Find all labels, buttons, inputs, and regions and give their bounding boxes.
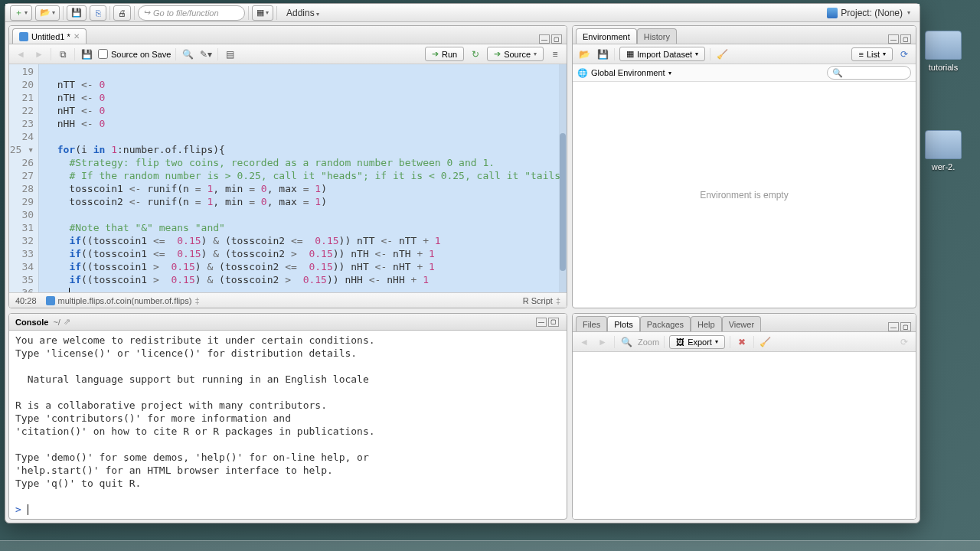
compile-report-icon[interactable]: ▤ <box>223 47 237 61</box>
run-button[interactable]: ➔ Run <box>425 47 464 61</box>
function-context[interactable]: multiple.flips.of.coin(number.of.flips) <box>58 296 192 305</box>
save-all-button[interactable]: ⎘ <box>90 5 106 21</box>
editor-scrollbar[interactable] <box>559 64 567 292</box>
plot-next-icon[interactable]: ► <box>596 335 609 349</box>
tab-files[interactable]: Files <box>576 316 607 331</box>
console-title: Console <box>15 318 48 327</box>
export-icon: 🖼 <box>676 337 684 347</box>
load-workspace-icon[interactable]: 📂 <box>577 47 591 61</box>
rstudio-window: ＋ 📂 💾 ⎘ 🖨 ↪ Go to file/function ▦ Addins… <box>5 3 920 523</box>
back-icon[interactable]: ◄ <box>14 47 28 61</box>
refresh-env-icon[interactable]: ⟳ <box>897 47 911 61</box>
outline-icon[interactable]: ≡ <box>548 47 562 61</box>
goto-file-input[interactable]: ↪ Go to file/function <box>138 5 245 21</box>
tab-packages[interactable]: Packages <box>640 316 691 331</box>
environment-pane: Environment History — ▢ 📂 💾 ▦ Import Dat… <box>572 25 916 308</box>
grid-button[interactable]: ▦ <box>252 5 273 21</box>
source-button[interactable]: ➔ Source ▾ <box>487 47 544 61</box>
desktop-label: wer-2. <box>920 162 966 171</box>
wd-browse-icon[interactable]: ⇗ <box>64 317 70 327</box>
maximize-pane-icon[interactable]: ▢ <box>548 318 559 327</box>
list-icon: ≡ <box>858 50 863 59</box>
export-plot-button[interactable]: 🖼 Export ▾ <box>669 335 725 349</box>
environment-scope[interactable]: Global Environment <box>591 68 665 77</box>
tab-viewer[interactable]: Viewer <box>722 316 761 331</box>
remove-plot-icon[interactable]: ✖ <box>735 335 749 349</box>
forward-icon[interactable]: ► <box>32 47 46 61</box>
save-source-icon[interactable]: 💾 <box>80 47 93 61</box>
console-pane: Console ~/ ⇗ — ▢ You are welcome to redi… <box>8 313 567 520</box>
minimize-pane-icon[interactable]: — <box>536 318 547 327</box>
maximize-pane-icon[interactable]: ▢ <box>551 34 562 44</box>
plot-area <box>573 352 916 519</box>
minimize-pane-icon[interactable]: — <box>888 34 899 44</box>
clear-plots-icon[interactable]: 🧹 <box>759 335 773 349</box>
desktop-folder-icon[interactable] <box>925 130 962 159</box>
list-view-button[interactable]: ≡ List ▾ <box>851 47 893 61</box>
zoom-icon[interactable]: 🔍 <box>619 335 633 349</box>
save-workspace-icon[interactable]: 💾 <box>596 47 609 61</box>
rerun-icon[interactable]: ↻ <box>469 47 482 61</box>
find-icon[interactable]: 🔍 <box>181 47 194 61</box>
search-env-input[interactable]: 🔍 <box>827 66 911 80</box>
source-on-save-checkbox[interactable]: Source on Save <box>98 49 171 59</box>
project-menu[interactable]: Project: (None) <box>822 8 915 18</box>
addins-menu[interactable]: Addins <box>280 8 325 18</box>
project-icon <box>827 8 838 18</box>
console-output[interactable]: You are welcome to redistribute it under… <box>9 331 567 519</box>
globe-icon: 🌐 <box>577 68 588 78</box>
source-pane: Untitled1 * ✕ — ▢ ◄ ► ⧉ 💾 Source on Save <box>8 25 567 308</box>
wand-icon[interactable]: ✎▾ <box>199 47 213 61</box>
cursor-position: 40:28 <box>15 296 37 305</box>
minimize-pane-icon[interactable]: — <box>539 34 550 44</box>
desktop-folder-icon[interactable] <box>925 31 962 60</box>
save-button[interactable]: 💾 <box>67 5 87 21</box>
zoom-label[interactable]: Zoom <box>638 337 659 347</box>
source-arrow-icon: ➔ <box>494 49 501 59</box>
macos-dock[interactable] <box>0 540 980 551</box>
open-file-button[interactable]: 📂 <box>35 5 60 21</box>
desktop-label: tutorials <box>920 63 966 72</box>
run-arrow-icon: ➔ <box>432 49 439 59</box>
source-tab[interactable]: Untitled1 * ✕ <box>12 28 87 44</box>
show-in-new-window-icon[interactable]: ⧉ <box>56 47 70 61</box>
tab-environment[interactable]: Environment <box>576 28 637 44</box>
import-icon: ▦ <box>626 49 634 59</box>
language-mode[interactable]: R Script <box>523 296 553 305</box>
close-tab-icon[interactable]: ✕ <box>74 32 80 41</box>
maximize-pane-icon[interactable]: ▢ <box>900 34 911 44</box>
console-prompt: > <box>15 504 28 515</box>
environment-empty-message: Environment is empty <box>573 82 916 308</box>
minimize-pane-icon[interactable]: — <box>888 322 899 331</box>
clear-workspace-icon[interactable]: 🧹 <box>715 47 729 61</box>
main-toolbar: ＋ 📂 💾 ⎘ 🖨 ↪ Go to file/function ▦ Addins… <box>5 4 920 22</box>
plots-pane: Files Plots Packages Help Viewer — ▢ ◄ ►… <box>572 313 916 520</box>
source-statusbar: 40:28 multiple.flips.of.coin(number.of.f… <box>9 292 567 308</box>
plot-prev-icon[interactable]: ◄ <box>577 335 591 349</box>
maximize-pane-icon[interactable]: ▢ <box>900 322 911 331</box>
code-editor[interactable]: 19202122232425 ▾2627282930313233343536 n… <box>9 64 567 292</box>
tab-history[interactable]: History <box>637 28 677 44</box>
refresh-plots-icon[interactable]: ⟳ <box>897 335 911 349</box>
import-dataset-button[interactable]: ▦ Import Dataset ▾ <box>619 47 705 61</box>
line-gutter: 19202122232425 ▾2627282930313233343536 <box>9 64 39 292</box>
tab-help[interactable]: Help <box>691 316 722 331</box>
r-file-icon <box>19 32 28 41</box>
print-button[interactable]: 🖨 <box>113 5 131 21</box>
goto-icon: ↪ <box>143 8 150 18</box>
search-icon: 🔍 <box>832 68 843 78</box>
function-icon <box>46 296 55 305</box>
console-wd: ~/ <box>53 318 60 327</box>
tab-plots[interactable]: Plots <box>607 316 639 331</box>
new-file-button[interactable]: ＋ <box>10 5 32 21</box>
